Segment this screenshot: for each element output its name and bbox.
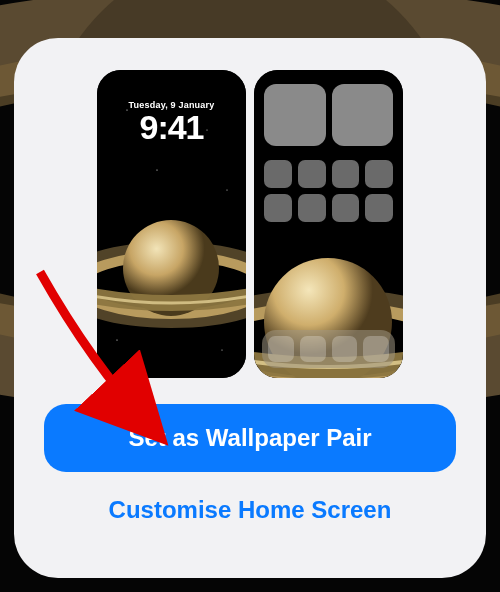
lock-screen-time: 9:41 [97,110,246,146]
home-dock [262,330,395,368]
app-icon-placeholder [264,194,292,222]
customise-home-screen-button[interactable]: Customise Home Screen [44,472,456,530]
app-icon-placeholder [332,194,360,222]
app-icon-placeholder [298,194,326,222]
app-icon-placeholder [365,160,393,188]
lock-screen-preview: Tuesday, 9 January 9:41 [97,70,246,378]
home-screen-preview [254,70,403,378]
set-wallpaper-pair-button[interactable]: Set as Wallpaper Pair [44,404,456,472]
app-icon-placeholder [298,160,326,188]
app-icon-placeholder [332,160,360,188]
widget-placeholder [264,84,326,146]
wallpaper-previews: Tuesday, 9 January 9:41 [97,70,403,378]
svg-point-8 [227,190,228,191]
dock-slot [332,336,358,362]
dock-slot [268,336,294,362]
svg-point-9 [116,339,117,340]
home-icon-grid [264,160,393,222]
wallpaper-options-sheet: Tuesday, 9 January 9:41 [14,38,486,578]
lock-screen-header: Tuesday, 9 January 9:41 [97,100,246,146]
svg-point-10 [222,350,223,351]
app-icon-placeholder [365,194,393,222]
app-icon-placeholder [264,160,292,188]
home-widget-grid [264,84,393,146]
svg-point-7 [156,169,157,170]
widget-placeholder [332,84,394,146]
dock-slot [300,336,326,362]
dock-slot [363,336,389,362]
